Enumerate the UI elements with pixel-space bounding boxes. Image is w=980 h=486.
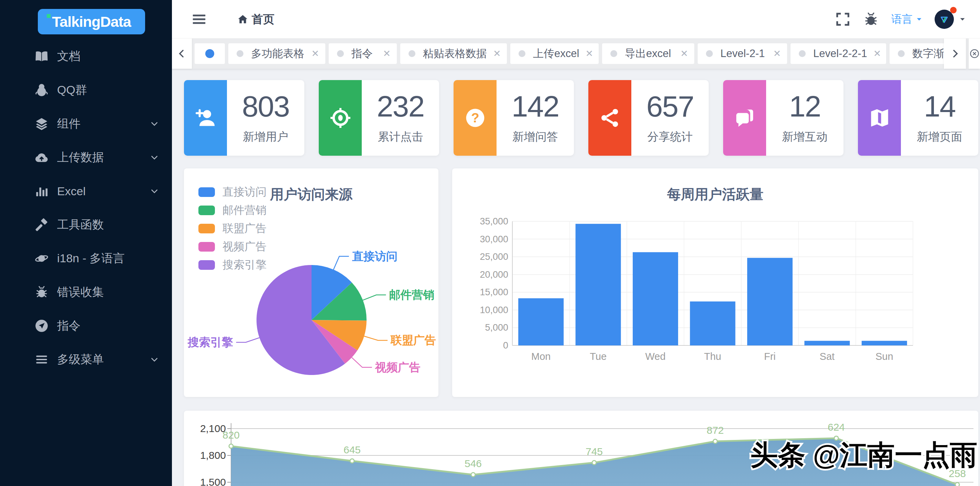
app-logo[interactable]: TalkingData [38, 9, 145, 34]
sidebar-item-10[interactable]: 多级菜单 [0, 343, 172, 376]
legend-item-3[interactable]: 联盟广告 [199, 221, 266, 236]
area-point [229, 444, 233, 448]
tab-数字渐变[interactable]: 数字渐变 [889, 43, 948, 64]
tab-close-icon[interactable]: ✕ [674, 48, 694, 59]
tab-多功能表格[interactable]: 多功能表格✕ [228, 43, 325, 64]
stat-card-body: 803新增用户 [227, 80, 304, 156]
sidebar-item-label: 上传数据 [57, 149, 104, 165]
pie-label-leader [352, 357, 372, 367]
tab-导出excel[interactable]: 导出excel✕ [602, 43, 694, 64]
stat-card-4[interactable]: 657分享统计 [589, 80, 709, 156]
pie-label-leader [236, 338, 259, 343]
legend-item-2[interactable]: 邮件营销 [199, 203, 266, 218]
stat-card-2[interactable]: 232累计点击 [319, 80, 439, 156]
sidebar-item-8[interactable]: 错误收集 [0, 275, 172, 309]
stat-card-value: 803 [242, 91, 290, 121]
sidebar-item-4[interactable]: 上传数据 [0, 141, 172, 174]
sidebar-item-label: 工具函数 [57, 217, 104, 233]
breadcrumb[interactable]: 首页 [237, 0, 274, 38]
bar-x-tick-label: Sun [875, 351, 893, 362]
bar-y-tick-label: 25,000 [480, 252, 508, 262]
sidebar-item-2[interactable]: QQ群 [0, 73, 172, 107]
avatar-caret-down-icon[interactable] [959, 16, 966, 23]
stat-card-value: 142 [512, 91, 559, 121]
area-point [834, 436, 838, 440]
tab-close-icon[interactable]: ✕ [579, 48, 599, 59]
legend-item-4[interactable]: 视频广告 [199, 239, 266, 254]
tab-上传excel[interactable]: 上传excel✕ [510, 43, 599, 64]
tab-Level-2-1[interactable]: Level-2-1✕ [698, 43, 787, 64]
error-log-bug-button[interactable] [863, 11, 879, 27]
tab-close-icon[interactable]: ✕ [487, 48, 507, 59]
tab-close-icon[interactable]: ✕ [867, 48, 886, 59]
tab-Level-2-2-1[interactable]: Level-2-2-1✕ [791, 43, 886, 64]
tab-home[interactable] [195, 43, 225, 64]
bar-y-tick-label: 35,000 [480, 216, 508, 227]
area-point-label: 258 [949, 468, 966, 479]
stat-card-5[interactable]: 12新增互动 [723, 80, 843, 156]
tab-指令[interactable]: 指令✕ [329, 43, 397, 64]
stat-card-1[interactable]: 803新增用户 [184, 80, 304, 156]
stat-card-body: 232累计点击 [362, 80, 439, 156]
user-avatar-dropdown[interactable] [935, 10, 954, 29]
stat-card-value: 657 [646, 91, 694, 121]
top-header: 首页 语言 [172, 0, 980, 38]
tab-scroll-left-button[interactable] [172, 38, 192, 69]
hamburger-button[interactable] [191, 11, 207, 27]
sidebar-item-1[interactable]: 文档 [0, 40, 172, 73]
tab-label: 上传excel [533, 46, 579, 61]
area-chart-panel: 2,1001,8001,500820645546745872624258 [184, 411, 978, 486]
area-point [955, 483, 959, 486]
bar-y-tick-label: 20,000 [480, 270, 508, 280]
area-point [713, 439, 717, 443]
stat-card-body: 12新增互动 [766, 80, 843, 156]
legend-item-1[interactable]: 直接访问 [199, 184, 266, 200]
sidebar-item-9[interactable]: 指令 [0, 309, 172, 343]
cloud-upload-icon [34, 150, 49, 165]
layers-icon [34, 116, 49, 131]
chevron-right-icon [950, 48, 960, 59]
close-all-tabs-button[interactable] [969, 38, 980, 69]
svg-text:?: ? [471, 110, 479, 125]
bar [690, 302, 735, 345]
menu-lines-icon [34, 352, 49, 367]
tab-close-icon[interactable]: ✕ [305, 48, 325, 59]
stat-card-6[interactable]: 14新增页面 [858, 80, 978, 156]
logo-accent-square [47, 14, 51, 18]
tab-close-icon[interactable]: ✕ [767, 48, 787, 59]
bar [518, 299, 563, 345]
legend-item-5[interactable]: 搜索引擎 [199, 257, 266, 273]
sidebar: TalkingData 文档QQ群组件上传数据Excel工具函数i18n - 多… [0, 0, 172, 486]
stat-card-value: 14 [924, 91, 956, 121]
area-point-label: 546 [465, 458, 482, 469]
stat-card-body: 142新增问答 [496, 80, 574, 156]
sidebar-item-5[interactable]: Excel [0, 174, 172, 208]
fullscreen-button[interactable] [835, 11, 851, 27]
sidebar-item-3[interactable]: 组件 [0, 107, 172, 141]
pie-label-leader [363, 295, 386, 300]
stat-card-3[interactable]: ?142新增问答 [453, 80, 574, 156]
area-point-label: 645 [344, 444, 361, 456]
tab-粘贴表格数据[interactable]: 粘贴表格数据✕ [400, 43, 507, 64]
tab-close-icon[interactable]: ✕ [377, 48, 397, 59]
sidebar-item-label: 错误收集 [57, 284, 104, 300]
sidebar-item-7[interactable]: i18n - 多语言 [0, 241, 172, 275]
area-point-label: 872 [706, 424, 724, 436]
tab-scroll-right-button[interactable] [944, 38, 966, 69]
stat-card-label: 分享统计 [648, 129, 693, 145]
sidebar-item-6[interactable]: 工具函数 [0, 208, 172, 241]
map-icon [858, 80, 901, 156]
tab-label: 多功能表格 [251, 46, 304, 61]
stat-card-label: 新增互动 [782, 129, 828, 145]
bar-chart-panel: 每周用户活跃量 05,00010,00015,00020,00025,00030… [452, 168, 978, 397]
legend-swatch [199, 187, 215, 197]
legend-swatch [199, 242, 215, 252]
pie-slice-label: 视频广告 [375, 361, 420, 373]
language-dropdown[interactable]: 语言 [891, 12, 923, 27]
bar-y-tick-label: 10,000 [480, 305, 508, 315]
bug-icon [34, 285, 49, 299]
chevron-left-icon [177, 48, 187, 59]
sidebar-item-label: 组件 [57, 116, 81, 132]
tab-dot-icon [337, 50, 344, 57]
stat-card-value: 232 [377, 91, 424, 121]
